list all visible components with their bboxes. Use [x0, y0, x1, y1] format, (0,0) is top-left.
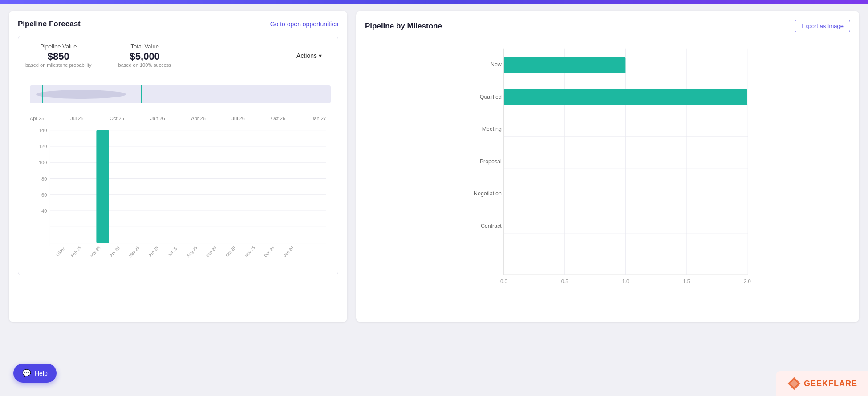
- svg-text:New: New: [491, 61, 502, 68]
- svg-text:Mar 25: Mar 25: [89, 246, 101, 258]
- bar-chart-svg: 140 120 100 80 60 40 Older Feb 25 Mar 25…: [25, 125, 331, 268]
- timeline-label-7: Jan 27: [312, 116, 326, 121]
- timeline-label-6: Oct 26: [271, 116, 285, 121]
- footer: GEEKFLARE: [776, 371, 868, 396]
- timeline-marker-right: [141, 85, 142, 103]
- timeline-hump: [36, 90, 126, 99]
- svg-text:Apr 25: Apr 25: [109, 246, 121, 258]
- actions-button[interactable]: Actions ▾: [296, 52, 322, 59]
- svg-text:60: 60: [41, 192, 47, 198]
- help-label: Help: [35, 370, 48, 377]
- svg-text:0.5: 0.5: [561, 279, 568, 284]
- timeline-label-4: Apr 26: [191, 116, 205, 121]
- svg-text:2.0: 2.0: [744, 279, 751, 284]
- svg-text:Meeting: Meeting: [482, 126, 502, 132]
- svg-text:100: 100: [39, 160, 47, 165]
- milestone-svg: New Qualified Meeting Proposal Negotiati…: [365, 40, 850, 298]
- svg-text:120: 120: [39, 144, 47, 149]
- pipeline-value-block: Pipeline Value $850 based on milestone p…: [25, 43, 92, 68]
- svg-text:80: 80: [41, 176, 47, 181]
- pipeline-milestone-card: Pipeline by Milestone Export as Image: [356, 11, 859, 322]
- total-value-block: Total Value $5,000 based on 100% success: [118, 43, 171, 68]
- right-card-title: Pipeline by Milestone: [365, 22, 442, 31]
- chat-icon: 💬: [22, 369, 31, 377]
- svg-text:Qualified: Qualified: [480, 94, 502, 100]
- svg-text:Jan 26: Jan 26: [283, 246, 294, 258]
- svg-text:Proposal: Proposal: [480, 158, 502, 165]
- pipeline-value: $850: [25, 51, 92, 62]
- metrics-row: Pipeline Value $850 based on milestone p…: [25, 43, 331, 68]
- svg-text:May 25: May 25: [128, 245, 140, 258]
- bar-chart-area: 140 120 100 80 60 40 Older Feb 25 Mar 25…: [25, 125, 331, 268]
- top-bar: [0, 0, 868, 4]
- export-as-image-button[interactable]: Export as Image: [795, 20, 850, 32]
- svg-text:140: 140: [39, 128, 47, 133]
- timeline-label-2: Oct 25: [110, 116, 124, 121]
- geekflare-logo: GEEKFLARE: [787, 376, 857, 391]
- actions-label: Actions: [296, 52, 317, 59]
- pipeline-label: Pipeline Value: [25, 43, 92, 50]
- svg-rect-47: [504, 57, 625, 73]
- svg-text:1.0: 1.0: [622, 279, 629, 284]
- timeline-label-0: Apr 25: [30, 116, 44, 121]
- timeline-label-5: Jul 26: [232, 116, 245, 121]
- timeline-label-3: Jan 26: [150, 116, 165, 121]
- forecast-inner-card: Pipeline Value $850 based on milestone p…: [18, 36, 338, 275]
- svg-text:1.5: 1.5: [683, 279, 690, 284]
- total-label: Total Value: [118, 43, 171, 50]
- svg-text:40: 40: [41, 208, 47, 214]
- main-content: Pipeline Forecast Go to open opportuniti…: [0, 4, 868, 331]
- svg-text:Aug 25: Aug 25: [186, 245, 198, 258]
- milestone-chart: New Qualified Meeting Proposal Negotiati…: [365, 40, 850, 298]
- right-card-header: Pipeline by Milestone Export as Image: [365, 20, 850, 32]
- help-button[interactable]: 💬 Help: [13, 364, 57, 383]
- timeline-marker-left: [42, 85, 43, 103]
- svg-text:Sep 25: Sep 25: [205, 245, 217, 258]
- left-card-header: Pipeline Forecast Go to open opportuniti…: [18, 20, 338, 28]
- pipeline-sub: based on milestone probability: [25, 62, 92, 68]
- svg-rect-15: [96, 130, 109, 243]
- pipeline-forecast-card: Pipeline Forecast Go to open opportuniti…: [9, 11, 347, 322]
- chevron-down-icon: ▾: [319, 52, 322, 59]
- svg-text:Dec 25: Dec 25: [263, 245, 275, 258]
- svg-text:Jun 25: Jun 25: [147, 246, 159, 258]
- timeline-chart: [25, 77, 331, 112]
- svg-text:Negotiation: Negotiation: [474, 190, 502, 197]
- timeline-labels: Apr 25 Jul 25 Oct 25 Jan 26 Apr 26 Jul 2…: [25, 116, 331, 121]
- open-opportunities-link[interactable]: Go to open opportunities: [270, 20, 338, 28]
- svg-text:Nov 25: Nov 25: [244, 245, 256, 258]
- total-sub: based on 100% success: [118, 62, 171, 68]
- geekflare-diamond-icon: [787, 376, 801, 391]
- svg-text:Feb 25: Feb 25: [70, 246, 82, 258]
- total-value: $5,000: [118, 51, 171, 62]
- svg-text:0.0: 0.0: [500, 279, 507, 284]
- geekflare-name: GEEKFLARE: [804, 379, 857, 388]
- left-card-title: Pipeline Forecast: [18, 20, 81, 28]
- svg-text:Older: Older: [55, 246, 65, 257]
- timeline-label-1: Jul 25: [70, 116, 83, 121]
- svg-text:Contract: Contract: [481, 223, 502, 229]
- svg-rect-48: [504, 89, 747, 105]
- svg-text:Oct 25: Oct 25: [225, 246, 236, 258]
- svg-text:Jul 25: Jul 25: [167, 246, 178, 257]
- timeline-background: [30, 85, 331, 103]
